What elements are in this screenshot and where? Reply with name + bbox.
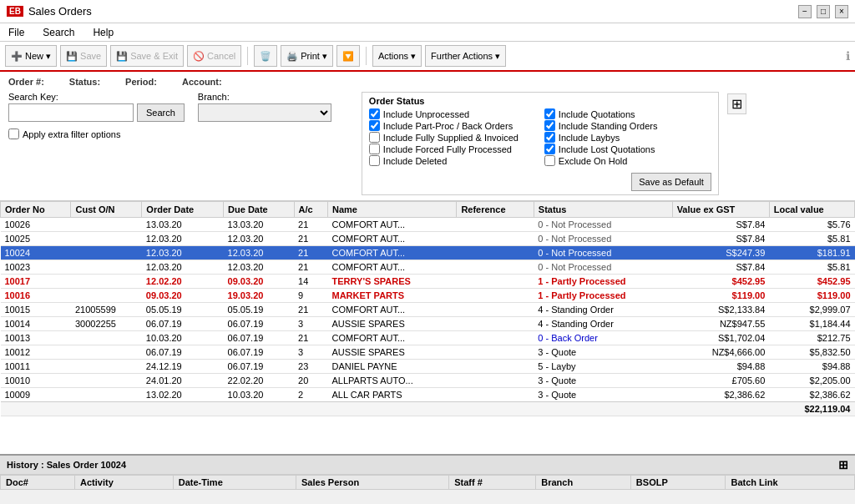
collapse-icon[interactable]: ⊞ <box>727 93 746 114</box>
cell-cust-on: 30002255 <box>71 317 142 331</box>
checkbox-lost-quotations[interactable] <box>544 144 555 154</box>
checkbox-on-hold[interactable] <box>544 155 555 166</box>
history-expand-icon[interactable]: ⊞ <box>838 458 848 471</box>
print-button[interactable]: 🖨️ Print ▾ <box>281 45 333 67</box>
cell-local-value: $5.76 <box>769 218 854 232</box>
filter-button[interactable]: 🔽 <box>336 45 360 67</box>
table-row[interactable]: 10026 13.03.20 13.03.20 21 COMFORT AUT..… <box>1 218 855 232</box>
minimize-button[interactable]: − <box>798 5 812 18</box>
checkbox-unprocessed[interactable] <box>369 108 380 119</box>
status-quotations: Include Quotations <box>544 108 711 119</box>
close-button[interactable]: × <box>835 5 848 18</box>
orders-table: Order No Cust O/N Order Date Due Date A/… <box>0 201 855 416</box>
extra-filter-checkbox[interactable] <box>8 129 19 139</box>
cell-local-value: $181.91 <box>769 246 854 260</box>
cancel-icon: 🚫 <box>193 51 205 62</box>
menu-file[interactable]: File <box>5 26 28 39</box>
cell-due-date: 13.03.20 <box>224 218 294 232</box>
save-icon: 💾 <box>66 51 78 62</box>
checkbox-forced[interactable] <box>369 144 380 154</box>
table-row[interactable]: 10013 10.03.20 06.07.19 21 COMFORT AUT..… <box>1 331 855 345</box>
cell-order-no: 10017 <box>1 275 71 289</box>
cell-due-date: 05.05.19 <box>224 303 294 317</box>
table-row[interactable]: 10016 09.03.20 19.03.20 9 MARKET PARTS 1… <box>1 289 855 303</box>
table-row[interactable]: 10012 06.07.19 06.07.19 3 AUSSIE SPARES … <box>1 345 855 360</box>
cell-ac: 21 <box>294 218 327 232</box>
save-button[interactable]: 💾 Save <box>60 45 107 67</box>
cell-order-no: 10013 <box>1 331 71 345</box>
table-row[interactable]: 10023 12.03.20 12.03.20 21 COMFORT AUT..… <box>1 260 855 275</box>
checkbox-laybys[interactable] <box>544 132 555 143</box>
actions-button[interactable]: Actions ▾ <box>372 45 422 67</box>
menu-help[interactable]: Help <box>89 26 117 39</box>
new-icon: ➕ <box>11 51 23 62</box>
table-row[interactable]: 10015 21005599 05.05.19 05.05.19 21 COMF… <box>1 303 855 317</box>
toolbar: ➕ New ▾ 💾 Save 💾 Save & Exit 🚫 Cancel 🗑️… <box>0 42 855 72</box>
table-row[interactable]: 10024 12.03.20 12.03.20 21 COMFORT AUT..… <box>1 246 855 260</box>
save-default-button[interactable]: Save as Default <box>631 173 711 191</box>
cell-due-date: 12.03.20 <box>224 246 294 260</box>
search-key-group: Search Key: Search <box>8 92 185 122</box>
cell-reference <box>457 360 534 374</box>
cancel-button[interactable]: 🚫 Cancel <box>187 45 241 67</box>
order-info-row: Order #: Status: Period: Account: <box>8 77 847 87</box>
cell-value-gst: NZ$947.55 <box>672 317 769 331</box>
hist-col-datetime: Date-Time <box>173 476 296 490</box>
cell-name: COMFORT AUT... <box>328 303 457 317</box>
search-button[interactable]: Search <box>137 103 185 122</box>
new-button[interactable]: ➕ New ▾ <box>5 45 57 67</box>
checkbox-deleted[interactable] <box>369 155 380 166</box>
info-icon[interactable]: ℹ <box>846 49 850 63</box>
account-label: Account: <box>182 77 222 87</box>
table-row[interactable]: 10014 30002255 06.07.19 06.07.19 3 AUSSI… <box>1 317 855 331</box>
period-label: Period: <box>125 77 157 87</box>
cell-name: TERRY'S SPARES <box>328 275 457 289</box>
checkbox-standing-orders[interactable] <box>544 120 555 131</box>
cell-order-no: 10009 <box>1 388 71 402</box>
table-row[interactable]: 10010 24.01.20 22.02.20 20 ALLPARTS AUTO… <box>1 374 855 388</box>
title-bar: EB Sales Orders − □ × <box>0 0 855 23</box>
cell-name: COMFORT AUT... <box>328 232 457 246</box>
status-forced: Include Forced Fully Processed <box>369 144 536 154</box>
cell-status: 0 - Back Order <box>534 331 672 345</box>
table-row[interactable]: 10009 13.02.20 10.03.20 2 ALL CAR PARTS … <box>1 388 855 402</box>
cell-due-date: 06.07.19 <box>224 331 294 345</box>
table-row[interactable]: 10025 12.03.20 12.03.20 21 COMFORT AUT..… <box>1 232 855 246</box>
save-exit-button[interactable]: 💾 Save & Exit <box>110 45 184 67</box>
table-area: Order No Cust O/N Order Date Due Date A/… <box>0 201 855 454</box>
menu-search[interactable]: Search <box>39 26 78 39</box>
cell-value-gst: $94.88 <box>672 360 769 374</box>
cell-order-date: 24.01.20 <box>142 374 224 388</box>
table-container[interactable]: Order No Cust O/N Order Date Due Date A/… <box>0 201 855 454</box>
cell-name: ALL CAR PARTS <box>328 388 457 402</box>
cell-reference <box>457 303 534 317</box>
hist-col-salesperson: Sales Person <box>296 476 449 490</box>
cell-value-gst: S$2,133.84 <box>672 303 769 317</box>
cell-ac: 20 <box>294 374 327 388</box>
cell-value-gst: £705.60 <box>672 374 769 388</box>
checkbox-fully-supplied[interactable] <box>369 132 380 143</box>
table-row[interactable]: 10017 12.02.20 09.03.20 14 TERRY'S SPARE… <box>1 275 855 289</box>
cell-cust-on <box>71 374 142 388</box>
cell-ac: 23 <box>294 360 327 374</box>
maximize-button[interactable]: □ <box>817 5 830 18</box>
cell-order-date: 12.03.20 <box>142 232 224 246</box>
cell-status: 0 - Not Processed <box>534 246 672 260</box>
cell-order-no: 10024 <box>1 246 71 260</box>
checkbox-quotations[interactable] <box>544 108 555 119</box>
table-row[interactable]: 10011 24.12.19 06.07.19 23 DANIEL PAYNE … <box>1 360 855 374</box>
cell-status: 0 - Not Processed <box>534 232 672 246</box>
hist-col-staff: Staff # <box>449 476 536 490</box>
cell-ac: 3 <box>294 345 327 360</box>
cell-reference <box>457 275 534 289</box>
cell-status: 4 - Standing Order <box>534 317 672 331</box>
save-exit-label: Save & Exit <box>130 51 178 61</box>
further-actions-button[interactable]: Further Actions ▾ <box>425 45 506 67</box>
branch-select[interactable] <box>198 103 331 122</box>
checkbox-back-orders[interactable] <box>369 120 380 131</box>
delete-button[interactable]: 🗑️ <box>254 45 277 67</box>
cell-due-date: 09.03.20 <box>224 275 294 289</box>
cell-reference <box>457 289 534 303</box>
search-input[interactable] <box>8 103 134 122</box>
status-back-orders: Include Part-Proc / Back Orders <box>369 120 536 131</box>
